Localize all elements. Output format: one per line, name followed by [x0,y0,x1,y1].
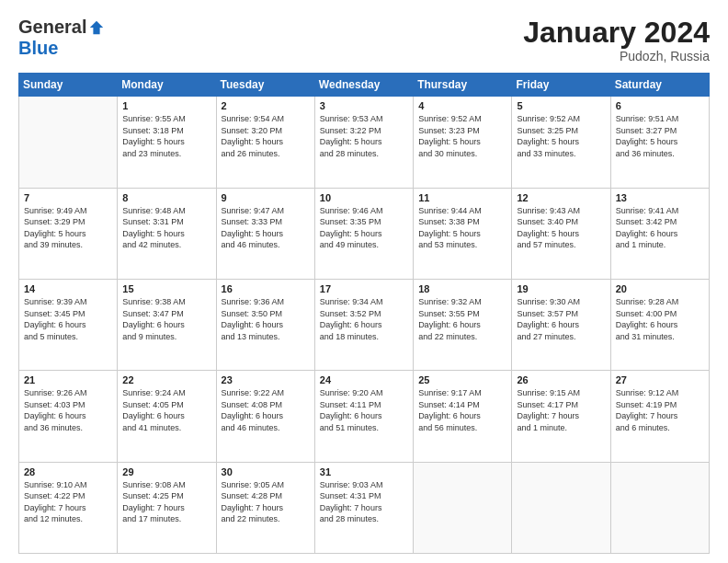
cell-content: Sunrise: 9:54 AMSunset: 3:20 PMDaylight:… [222,113,310,159]
day-number: 12 [517,192,605,203]
day-number: 5 [517,100,605,111]
cell-content: Sunrise: 9:44 AMSunset: 3:38 PMDaylight:… [418,205,506,251]
table-row: 26Sunrise: 9:15 AMSunset: 4:17 PMDayligh… [512,371,610,462]
calendar-header-row: Sunday Monday Tuesday Wednesday Thursday… [19,74,710,97]
month-title: January 2024 [523,17,710,49]
day-number: 25 [418,374,506,385]
col-saturday: Saturday [610,74,709,97]
day-number: 27 [616,374,704,385]
table-row: 2Sunrise: 9:54 AMSunset: 3:20 PMDaylight… [216,97,314,188]
col-friday: Friday [512,74,610,97]
table-row: 4Sunrise: 9:52 AMSunset: 3:23 PMDaylight… [414,97,512,188]
table-row: 31Sunrise: 9:03 AMSunset: 4:31 PMDayligh… [314,462,413,553]
cell-content: Sunrise: 9:12 AMSunset: 4:19 PMDaylight:… [616,387,704,433]
table-row: 20Sunrise: 9:28 AMSunset: 4:00 PMDayligh… [610,279,709,370]
table-row [414,462,512,553]
table-row: 15Sunrise: 9:38 AMSunset: 3:47 PMDayligh… [118,279,216,370]
col-tuesday: Tuesday [216,74,314,97]
table-row: 23Sunrise: 9:22 AMSunset: 4:08 PMDayligh… [216,371,314,462]
cell-content: Sunrise: 9:22 AMSunset: 4:08 PMDaylight:… [222,387,310,433]
day-number: 22 [122,374,210,385]
day-number: 11 [418,192,506,203]
cell-content: Sunrise: 9:51 AMSunset: 3:27 PMDaylight:… [616,113,704,159]
title-area: January 2024 Pudozh, Russia [523,17,710,63]
day-number: 18 [418,283,506,294]
table-row: 28Sunrise: 9:10 AMSunset: 4:22 PMDayligh… [19,462,118,553]
table-row [512,462,610,553]
day-number: 20 [616,283,704,294]
table-row: 12Sunrise: 9:43 AMSunset: 3:40 PMDayligh… [512,188,610,279]
cell-content: Sunrise: 9:36 AMSunset: 3:50 PMDaylight:… [222,296,310,342]
table-row: 30Sunrise: 9:05 AMSunset: 4:28 PMDayligh… [216,462,314,553]
day-number: 29 [122,466,210,477]
day-number: 15 [122,283,210,294]
cell-content: Sunrise: 9:15 AMSunset: 4:17 PMDaylight:… [517,387,605,433]
day-number: 21 [24,374,112,385]
calendar-table: Sunday Monday Tuesday Wednesday Thursday… [18,73,710,554]
table-row: 9Sunrise: 9:47 AMSunset: 3:33 PMDaylight… [216,188,314,279]
cell-content: Sunrise: 9:26 AMSunset: 4:03 PMDaylight:… [24,387,112,433]
col-thursday: Thursday [414,74,512,97]
day-number: 31 [320,466,408,477]
calendar-week-row: 21Sunrise: 9:26 AMSunset: 4:03 PMDayligh… [19,371,710,462]
day-number: 30 [222,466,310,477]
table-row: 13Sunrise: 9:41 AMSunset: 3:42 PMDayligh… [610,188,709,279]
table-row: 3Sunrise: 9:53 AMSunset: 3:22 PMDaylight… [314,97,413,188]
cell-content: Sunrise: 9:10 AMSunset: 4:22 PMDaylight:… [24,479,112,525]
day-number: 4 [418,100,506,111]
table-row: 27Sunrise: 9:12 AMSunset: 4:19 PMDayligh… [610,371,709,462]
day-number: 2 [222,100,310,111]
header: General Blue January 2024 Pudozh, Russia [18,17,710,63]
day-number: 9 [222,192,310,203]
col-wednesday: Wednesday [314,74,413,97]
cell-content: Sunrise: 9:03 AMSunset: 4:31 PMDaylight:… [320,479,408,525]
cell-content: Sunrise: 9:28 AMSunset: 4:00 PMDaylight:… [616,296,704,342]
day-number: 10 [320,192,408,203]
cell-content: Sunrise: 9:52 AMSunset: 3:25 PMDaylight:… [517,113,605,159]
table-row: 25Sunrise: 9:17 AMSunset: 4:14 PMDayligh… [414,371,512,462]
table-row [19,97,118,188]
calendar-week-row: 28Sunrise: 9:10 AMSunset: 4:22 PMDayligh… [19,462,710,553]
cell-content: Sunrise: 9:47 AMSunset: 3:33 PMDaylight:… [222,205,310,251]
day-number: 6 [616,100,704,111]
day-number: 26 [517,374,605,385]
cell-content: Sunrise: 9:17 AMSunset: 4:14 PMDaylight:… [418,387,506,433]
day-number: 28 [24,466,112,477]
cell-content: Sunrise: 9:38 AMSunset: 3:47 PMDaylight:… [122,296,210,342]
table-row: 1Sunrise: 9:55 AMSunset: 3:18 PMDaylight… [118,97,216,188]
day-number: 8 [122,192,210,203]
cell-content: Sunrise: 9:08 AMSunset: 4:25 PMDaylight:… [122,479,210,525]
cell-content: Sunrise: 9:55 AMSunset: 3:18 PMDaylight:… [122,113,210,159]
table-row: 5Sunrise: 9:52 AMSunset: 3:25 PMDaylight… [512,97,610,188]
table-row: 17Sunrise: 9:34 AMSunset: 3:52 PMDayligh… [314,279,413,370]
day-number: 7 [24,192,112,203]
table-row: 24Sunrise: 9:20 AMSunset: 4:11 PMDayligh… [314,371,413,462]
col-sunday: Sunday [19,74,118,97]
table-row: 8Sunrise: 9:48 AMSunset: 3:31 PMDaylight… [118,188,216,279]
table-row: 11Sunrise: 9:44 AMSunset: 3:38 PMDayligh… [414,188,512,279]
table-row: 6Sunrise: 9:51 AMSunset: 3:27 PMDaylight… [610,97,709,188]
cell-content: Sunrise: 9:43 AMSunset: 3:40 PMDaylight:… [517,205,605,251]
day-number: 23 [222,374,310,385]
cell-content: Sunrise: 9:20 AMSunset: 4:11 PMDaylight:… [320,387,408,433]
cell-content: Sunrise: 9:48 AMSunset: 3:31 PMDaylight:… [122,205,210,251]
cell-content: Sunrise: 9:30 AMSunset: 3:57 PMDaylight:… [517,296,605,342]
table-row: 22Sunrise: 9:24 AMSunset: 4:05 PMDayligh… [118,371,216,462]
table-row: 18Sunrise: 9:32 AMSunset: 3:55 PMDayligh… [414,279,512,370]
cell-content: Sunrise: 9:24 AMSunset: 4:05 PMDaylight:… [122,387,210,433]
day-number: 14 [24,283,112,294]
logo-general-text: General [18,17,86,38]
table-row: 19Sunrise: 9:30 AMSunset: 3:57 PMDayligh… [512,279,610,370]
table-row: 10Sunrise: 9:46 AMSunset: 3:35 PMDayligh… [314,188,413,279]
col-monday: Monday [118,74,216,97]
cell-content: Sunrise: 9:41 AMSunset: 3:42 PMDaylight:… [616,205,704,251]
logo-icon [88,19,105,36]
cell-content: Sunrise: 9:34 AMSunset: 3:52 PMDaylight:… [320,296,408,342]
table-row: 29Sunrise: 9:08 AMSunset: 4:25 PMDayligh… [118,462,216,553]
cell-content: Sunrise: 9:49 AMSunset: 3:29 PMDaylight:… [24,205,112,251]
day-number: 1 [122,100,210,111]
day-number: 16 [222,283,310,294]
table-row [610,462,709,553]
table-row: 21Sunrise: 9:26 AMSunset: 4:03 PMDayligh… [19,371,118,462]
table-row: 7Sunrise: 9:49 AMSunset: 3:29 PMDaylight… [19,188,118,279]
